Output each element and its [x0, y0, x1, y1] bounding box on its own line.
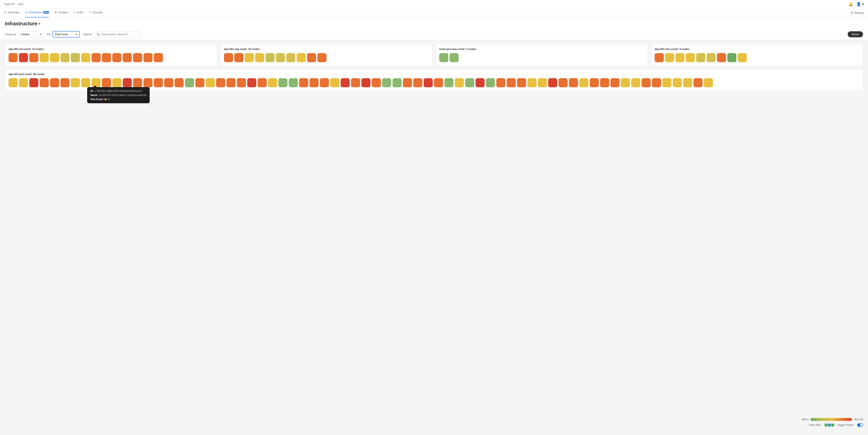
node[interactable] [309, 78, 319, 87]
node[interactable] [738, 53, 747, 62]
node[interactable] [297, 53, 306, 62]
node[interactable] [579, 78, 588, 87]
node[interactable] [102, 53, 111, 62]
node[interactable] [590, 78, 599, 87]
node[interactable] [40, 53, 49, 62]
node[interactable] [569, 78, 578, 87]
node[interactable] [276, 53, 285, 62]
nav-clusters[interactable]: ☰ Clusters [55, 8, 68, 18]
node[interactable] [266, 53, 275, 62]
node[interactable] [382, 78, 391, 87]
node[interactable] [538, 78, 547, 87]
theme-toggle[interactable] [857, 424, 863, 427]
node[interactable] [112, 53, 121, 62]
node[interactable] [175, 78, 184, 87]
node[interactable] [102, 78, 111, 87]
node[interactable] [707, 53, 716, 62]
group-by-select[interactable]: Cluster Namespace Label [19, 31, 43, 37]
breadcrumb-corp[interactable]: corp [18, 2, 23, 6]
node[interactable] [704, 78, 713, 87]
node[interactable] [8, 78, 18, 87]
node[interactable] [372, 78, 381, 87]
node[interactable] [81, 53, 90, 62]
node[interactable] [81, 78, 90, 87]
node[interactable] [727, 53, 736, 62]
node[interactable] [444, 78, 454, 87]
node[interactable] [71, 78, 80, 87]
node[interactable] [19, 53, 28, 62]
node[interactable] [559, 78, 568, 87]
fill-select[interactable]: Pod Count CPU Usage Memory Usage [53, 31, 80, 37]
node[interactable] [60, 78, 69, 87]
node[interactable] [154, 53, 163, 62]
node[interactable] [475, 78, 485, 87]
nav-summary[interactable]: ⊙ Summary [4, 8, 19, 18]
node[interactable] [393, 78, 402, 87]
node[interactable] [144, 53, 153, 62]
node[interactable] [278, 78, 287, 87]
node[interactable] [439, 53, 448, 62]
node[interactable] [517, 78, 526, 87]
node[interactable] [600, 78, 609, 87]
node[interactable] [665, 53, 674, 62]
node[interactable] [29, 53, 38, 62]
node[interactable] [286, 53, 296, 62]
node[interactable] [361, 78, 371, 87]
node[interactable] [71, 53, 80, 62]
node[interactable] [268, 78, 277, 87]
node[interactable] [450, 53, 459, 62]
node[interactable] [60, 53, 69, 62]
node[interactable] [611, 78, 620, 87]
node[interactable] [655, 53, 664, 62]
node[interactable] [289, 78, 298, 87]
node[interactable] [92, 53, 101, 62]
node[interactable] [144, 78, 153, 87]
node[interactable] [123, 78, 132, 87]
node[interactable] [234, 53, 244, 62]
node[interactable] [123, 53, 132, 62]
node[interactable] [683, 78, 692, 87]
node[interactable] [112, 78, 121, 87]
node[interactable] [642, 78, 651, 87]
node[interactable] [257, 78, 267, 87]
notification-icon[interactable]: 🔔 [848, 2, 853, 6]
node[interactable] [696, 53, 705, 62]
node[interactable] [50, 78, 59, 87]
nav-kubevision[interactable]: ⊡ KubeVision Beta [25, 8, 49, 18]
node[interactable] [299, 78, 308, 87]
node[interactable] [317, 53, 327, 62]
user-avatar-icon[interactable]: 👤 ▾ [857, 2, 864, 6]
node[interactable] [164, 78, 173, 87]
node[interactable] [8, 53, 18, 62]
node[interactable] [307, 53, 316, 62]
search-box[interactable]: 🔍 [94, 32, 141, 37]
chart-size-medium[interactable] [828, 424, 831, 427]
node[interactable] [50, 53, 59, 62]
node[interactable] [652, 78, 661, 87]
node[interactable] [154, 78, 163, 87]
node[interactable] [662, 78, 672, 87]
node[interactable] [341, 78, 350, 87]
node[interactable] [92, 78, 101, 87]
node[interactable] [40, 78, 49, 87]
node[interactable] [255, 53, 264, 62]
node[interactable] [245, 53, 254, 62]
nav-audit[interactable]: ≡ Audit [74, 8, 83, 18]
reset-button[interactable]: Reset [848, 31, 863, 37]
node[interactable] [673, 78, 682, 87]
node[interactable] [133, 53, 142, 62]
node[interactable] [717, 53, 726, 62]
chart-size-small[interactable] [825, 424, 828, 427]
chart-size-large[interactable] [831, 424, 834, 427]
node[interactable] [195, 78, 205, 87]
node[interactable] [548, 78, 557, 87]
node[interactable] [224, 53, 233, 62]
node[interactable] [465, 78, 474, 87]
node[interactable] [686, 53, 695, 62]
node[interactable] [675, 53, 684, 62]
node[interactable] [496, 78, 505, 87]
node[interactable] [413, 78, 423, 87]
node[interactable] [320, 78, 329, 87]
node[interactable] [216, 78, 225, 87]
node[interactable] [455, 78, 464, 87]
